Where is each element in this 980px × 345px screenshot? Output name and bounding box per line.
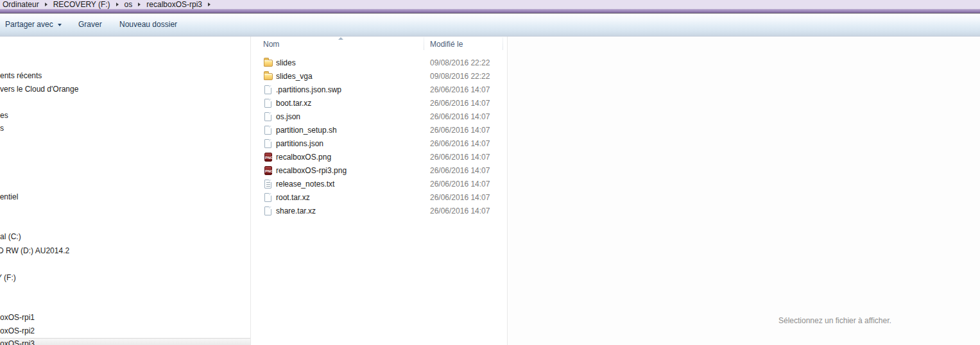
file-row[interactable]: root.tar.xz 26/06/2016 14:07 bbox=[251, 190, 507, 204]
nouveau-dossier-label: Nouveau dossier bbox=[119, 13, 177, 36]
sidebar-item-es[interactable]: es bbox=[0, 111, 8, 121]
file-modified-date: 26/06/2016 14:07 bbox=[430, 99, 490, 108]
file-name: recalboxOS.png bbox=[276, 153, 331, 162]
file-icon bbox=[264, 112, 271, 121]
file-name: share.tar.xz bbox=[276, 206, 316, 215]
breadcrumb: Ordinateur RECOVERY (F:) os recalboxOS-r… bbox=[0, 0, 980, 9]
file-icon bbox=[264, 126, 271, 135]
file-row[interactable]: .partitions.json.swp 26/06/2016 14:07 bbox=[251, 83, 507, 96]
file-row[interactable]: os.json 26/06/2016 14:07 bbox=[251, 110, 507, 123]
file-row[interactable]: recalboxOS-rpi3.png 26/06/2016 14:07 bbox=[251, 164, 507, 177]
file-name: boot.tar.xz bbox=[276, 99, 311, 108]
file-list: slides 09/08/2016 22:22 slides_vga 09/08… bbox=[251, 56, 507, 217]
breadcrumb-arrow-icon[interactable] bbox=[116, 3, 119, 6]
breadcrumb-item-recalboxos-rpi3[interactable]: recalboxOS-rpi3 bbox=[146, 0, 202, 9]
file-name: partitions.json bbox=[276, 139, 323, 148]
file-row[interactable]: share.tar.xz 26/06/2016 14:07 bbox=[251, 204, 507, 217]
sidebar-item-lentiel[interactable]: lentiel bbox=[0, 192, 18, 202]
file-icon bbox=[264, 139, 271, 148]
file-modified-date: 09/08/2016 22:22 bbox=[430, 72, 490, 81]
file-icon bbox=[264, 193, 271, 202]
folder-icon bbox=[264, 73, 273, 80]
sidebar-item-label: oxOS-rpi3 bbox=[0, 339, 35, 345]
dropdown-caret-icon bbox=[58, 24, 62, 26]
breadcrumb-arrow-icon[interactable] bbox=[208, 3, 211, 6]
file-row[interactable]: slides 09/08/2016 22:22 bbox=[251, 56, 507, 69]
png-image-file-icon bbox=[264, 166, 272, 175]
file-modified-date: 26/06/2016 14:07 bbox=[430, 180, 490, 189]
preview-placeholder-text: Sélectionnez un fichier à afficher. bbox=[778, 316, 891, 325]
breadcrumb-item-ordinateur[interactable]: Ordinateur bbox=[3, 0, 39, 9]
breadcrumb-item-os[interactable]: os bbox=[125, 0, 133, 9]
column-separator[interactable] bbox=[424, 37, 424, 50]
file-modified-date: 09/08/2016 22:22 bbox=[430, 58, 490, 67]
file-row[interactable]: partition_setup.sh 26/06/2016 14:07 bbox=[251, 123, 507, 137]
file-modified-date: 26/06/2016 14:07 bbox=[430, 112, 490, 121]
text-file-icon bbox=[264, 180, 271, 189]
partager-avec-label: Partager avec bbox=[5, 13, 53, 36]
breadcrumb-arrow-icon[interactable] bbox=[45, 3, 47, 6]
file-modified-date: 26/06/2016 14:07 bbox=[430, 85, 490, 94]
accent-band bbox=[0, 9, 980, 13]
breadcrumb-arrow-icon[interactable] bbox=[138, 3, 141, 6]
file-row[interactable]: slides_vga 09/08/2016 22:22 bbox=[251, 69, 507, 83]
preview-pane: Sélectionnez un fichier à afficher. bbox=[508, 37, 980, 345]
file-icon bbox=[264, 206, 271, 215]
column-header-nom[interactable]: Nom bbox=[263, 37, 279, 51]
nouveau-dossier-button[interactable]: Nouveau dossier bbox=[119, 13, 177, 36]
file-name: partition_setup.sh bbox=[276, 126, 337, 135]
column-header-modifie-le[interactable]: Modifié le bbox=[430, 37, 463, 51]
file-name: slides bbox=[276, 58, 296, 67]
file-row[interactable]: boot.tar.xz 26/06/2016 14:07 bbox=[251, 96, 507, 110]
sidebar-item-emplacements-recents[interactable]: ents récents bbox=[0, 71, 42, 81]
partager-avec-button[interactable]: Partager avec bbox=[5, 13, 62, 36]
file-modified-date: 26/06/2016 14:07 bbox=[430, 139, 490, 148]
command-toolbar: Partager avec Graver Nouveau dossier bbox=[0, 13, 980, 37]
file-name: root.tar.xz bbox=[276, 193, 310, 202]
file-modified-date: 26/06/2016 14:07 bbox=[430, 166, 490, 175]
sidebar-item-recalboxos-rpi3-selected[interactable]: oxOS-rpi3 bbox=[0, 338, 250, 345]
graver-button[interactable]: Graver bbox=[78, 13, 102, 36]
file-row[interactable]: partitions.json 26/06/2016 14:07 bbox=[251, 137, 507, 150]
explorer-content: ents récents vers le Cloud d'Orange es s… bbox=[0, 37, 980, 345]
graver-label: Graver bbox=[78, 13, 102, 36]
file-icon bbox=[264, 99, 271, 108]
file-modified-date: 26/06/2016 14:07 bbox=[430, 206, 490, 215]
sidebar-item-recalboxos-rpi2[interactable]: oxOS-rpi2 bbox=[0, 326, 35, 336]
navigation-pane: ents récents vers le Cloud d'Orange es s… bbox=[0, 37, 250, 345]
column-separator[interactable] bbox=[503, 37, 503, 50]
column-header-row: Nom Modifié le bbox=[251, 37, 507, 51]
file-icon bbox=[264, 85, 271, 94]
folder-icon bbox=[264, 60, 273, 67]
file-row[interactable]: recalboxOS.png 26/06/2016 14:07 bbox=[251, 150, 507, 164]
sidebar-item-lecteur-d[interactable]: D RW (D:) AU2014.2 bbox=[0, 246, 69, 256]
file-name: recalboxOS-rpi3.png bbox=[276, 166, 347, 175]
file-name: .partitions.json.swp bbox=[276, 85, 341, 94]
png-image-file-icon bbox=[264, 153, 272, 162]
file-name: os.json bbox=[276, 112, 300, 121]
file-modified-date: 26/06/2016 14:07 bbox=[430, 126, 490, 135]
sidebar-item-recovery-f[interactable]: Y (F:) bbox=[0, 273, 16, 283]
sidebar-item-disque-c[interactable]: al (C:) bbox=[0, 232, 21, 242]
sort-ascending-icon bbox=[338, 37, 343, 40]
sidebar-item-cloud-orange[interactable]: vers le Cloud d'Orange bbox=[0, 85, 78, 94]
file-list-pane: Nom Modifié le slides 09/08/2016 22:22 s… bbox=[251, 37, 507, 345]
breadcrumb-item-recovery[interactable]: RECOVERY (F:) bbox=[53, 0, 110, 9]
sidebar-item-recalboxos-rpi1[interactable]: oxOS-rpi1 bbox=[0, 313, 35, 323]
file-name: slides_vga bbox=[276, 72, 313, 81]
file-modified-date: 26/06/2016 14:07 bbox=[430, 193, 490, 202]
file-row[interactable]: release_notes.txt 26/06/2016 14:07 bbox=[251, 177, 507, 190]
file-name: release_notes.txt bbox=[276, 180, 334, 189]
sidebar-item-s[interactable]: s bbox=[0, 124, 4, 133]
file-modified-date: 26/06/2016 14:07 bbox=[430, 153, 490, 162]
